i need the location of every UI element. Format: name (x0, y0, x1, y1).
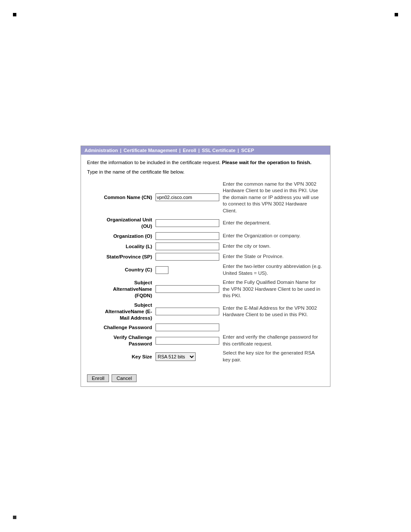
label-san-email: SubjectAlternativeName (E-Mail Address) (87, 301, 154, 323)
input-verify-pw[interactable] (156, 337, 219, 345)
separator-3: | (197, 148, 201, 153)
page-wrapper: Administration | Certificate Management … (0, 0, 411, 532)
field-row-challenge-pw: Challenge Password (87, 322, 324, 333)
input-common-name[interactable] (156, 193, 219, 201)
input-state[interactable] (156, 253, 219, 261)
field-row-country: Country (C) Enter the two-letter country… (87, 262, 324, 278)
input-org[interactable] (156, 232, 219, 240)
help-verify-pw: Enter and verify the challenge password … (221, 333, 324, 348)
separator-1: | (119, 148, 123, 153)
field-row-key-size: Key Size RSA 512 bits RSA 768 bits RSA 1… (87, 348, 324, 364)
help-common-name: Enter the common name for the VPN 3002 H… (221, 180, 324, 216)
button-area: Enroll Cancel (81, 371, 330, 386)
label-country: Country (C) (87, 262, 154, 278)
input-cell-san-email (154, 301, 221, 323)
input-challenge-pw[interactable] (156, 324, 219, 331)
breadcrumb-bar: Administration | Certificate Management … (81, 146, 330, 155)
input-cell-verify-pw (154, 333, 221, 348)
field-row-org: Organization (O) Enter the Organization … (87, 231, 324, 241)
breadcrumb-item-cert-mgmt[interactable]: Certificate Management (124, 148, 177, 153)
help-ou: Enter the department. (221, 215, 324, 231)
input-cell-country (154, 262, 221, 278)
help-key-size: Select the key size for the generated RS… (221, 348, 324, 364)
label-san-fqdn: SubjectAlternativeName(FQDN) (87, 278, 154, 301)
enroll-button[interactable]: Enroll (87, 374, 109, 382)
input-san-email[interactable] (156, 308, 219, 315)
field-row-locality: Locality (L) Enter the city or town. (87, 241, 324, 252)
breadcrumb-item-ssl-cert[interactable]: SSL Certificate (202, 148, 236, 153)
input-cell-org (154, 231, 221, 241)
label-ou: Organizational Unit(OU) (87, 215, 154, 231)
field-row-verify-pw: Verify ChallengePassword Enter and verif… (87, 333, 324, 348)
label-locality: Locality (L) (87, 241, 154, 252)
separator-2: | (178, 148, 182, 153)
input-locality[interactable] (156, 243, 219, 250)
intro-line1: Enter the information to be included in … (87, 160, 222, 165)
cancel-button[interactable]: Cancel (112, 374, 137, 382)
input-cell-state (154, 252, 221, 262)
input-san-fqdn[interactable] (156, 285, 219, 293)
input-cell-ou (154, 215, 221, 231)
label-key-size: Key Size (87, 348, 154, 364)
help-country: Enter the two-letter country abbreviatio… (221, 262, 324, 278)
input-cell-locality (154, 241, 221, 252)
help-org: Enter the Organization or company. (221, 231, 324, 241)
corner-mark-bl (13, 516, 16, 519)
intro-line1-bold: Please wait for the operation to finish. (222, 160, 311, 165)
help-san-fqdn: Enter the Fully Qualified Domain Name fo… (221, 278, 324, 301)
input-cell-key-size: RSA 512 bits RSA 768 bits RSA 1024 bits … (154, 348, 221, 364)
corner-mark-tr (395, 13, 398, 16)
intro-text: Enter the information to be included in … (87, 159, 324, 166)
form-table: Common Name (CN) Enter the common name f… (87, 180, 324, 365)
label-verify-pw: Verify ChallengePassword (87, 333, 154, 348)
label-state: State/Province (SP) (87, 252, 154, 262)
field-row-state: State/Province (SP) Enter the State or P… (87, 252, 324, 262)
help-locality: Enter the city or town. (221, 241, 324, 252)
field-row-ou: Organizational Unit(OU) Enter the depart… (87, 215, 324, 231)
separator-4: | (237, 148, 240, 153)
label-common-name: Common Name (CN) (87, 180, 154, 216)
label-challenge-pw: Challenge Password (87, 322, 154, 333)
field-row-common-name: Common Name (CN) Enter the common name f… (87, 180, 324, 216)
label-org: Organization (O) (87, 231, 154, 241)
input-country[interactable] (156, 266, 168, 274)
help-challenge-pw (221, 322, 324, 333)
content-area: Enter the information to be included in … (81, 155, 330, 371)
breadcrumb-item-administration[interactable]: Administration (84, 148, 118, 153)
type-text: Type in the name of the certificate file… (87, 169, 324, 174)
input-cell-challenge-pw (154, 322, 221, 333)
breadcrumb-item-enroll[interactable]: Enroll (183, 148, 196, 153)
breadcrumb-item-scep[interactable]: SCEP (241, 148, 254, 153)
input-cell-common-name (154, 180, 221, 216)
field-row-san-fqdn: SubjectAlternativeName(FQDN) Enter the F… (87, 278, 324, 301)
main-container: Administration | Certificate Management … (81, 146, 330, 387)
help-san-email: Enter the E-Mail Address for the VPN 300… (221, 301, 324, 323)
select-key-size[interactable]: RSA 512 bits RSA 768 bits RSA 1024 bits … (156, 352, 196, 361)
corner-mark-tl (13, 13, 16, 16)
input-cell-san-fqdn (154, 278, 221, 301)
field-row-san-email: SubjectAlternativeName (E-Mail Address) … (87, 301, 324, 323)
help-state: Enter the State or Province. (221, 252, 324, 262)
input-ou[interactable] (156, 219, 219, 227)
